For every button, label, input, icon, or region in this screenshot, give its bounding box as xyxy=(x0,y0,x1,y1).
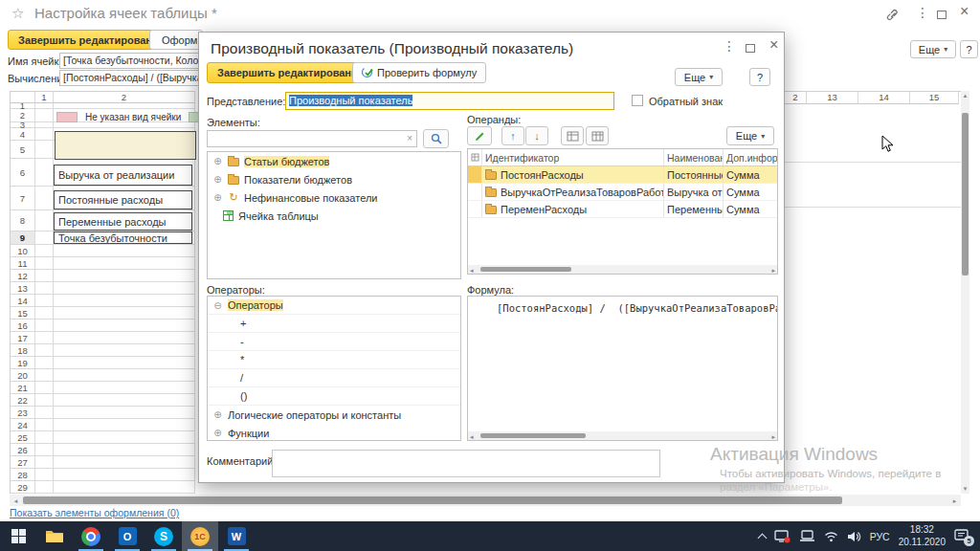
formula-scrollbar-thumb[interactable] xyxy=(480,433,586,438)
cell-name-field[interactable]: [Точка безубыточности, Колонка] xyxy=(59,53,203,69)
clear-icon[interactable]: × xyxy=(407,133,412,143)
close-icon[interactable]: × xyxy=(960,5,969,17)
horizontal-scrollbar[interactable]: ◂ ▸ xyxy=(10,495,961,506)
grid-cell[interactable] xyxy=(35,245,54,257)
expand-icon[interactable]: ⊕ xyxy=(212,409,223,420)
scroll-left-icon[interactable]: ◂ xyxy=(470,432,474,441)
collapse-icon[interactable]: ⊖ xyxy=(212,300,223,311)
row-number-cell[interactable]: 21 xyxy=(11,382,35,394)
grid-cell[interactable]: Переменные расходы xyxy=(54,210,195,231)
tree-item-budget-articles[interactable]: ⊕Статьи бюджетов xyxy=(208,152,460,170)
named-cell[interactable]: Точка безубыточности xyxy=(54,231,192,244)
scroll-right-icon[interactable]: ▸ xyxy=(771,432,775,441)
row-number-cell[interactable]: 7 xyxy=(11,187,35,210)
tree-item-budget-indicators[interactable]: ⊕Показатели бюджетов xyxy=(208,170,460,188)
tree-item-logical-operators[interactable]: ⊕Логические операторы и константы xyxy=(208,406,460,424)
taskbar-outlook[interactable]: O xyxy=(109,521,145,551)
group-columns-button[interactable] xyxy=(561,126,584,145)
main-help-button[interactable]: ? xyxy=(960,40,978,58)
tree-item-plus[interactable]: + xyxy=(208,315,460,333)
grid-cell[interactable] xyxy=(35,469,54,481)
grid-cell[interactable] xyxy=(54,245,195,257)
operand-row[interactable]: ПеременРасходы Переменны... Сумма xyxy=(468,201,777,218)
wifi-icon[interactable] xyxy=(824,531,838,542)
grid-cell[interactable] xyxy=(35,295,54,307)
expand-icon[interactable]: ⊕ xyxy=(212,428,223,438)
start-button[interactable] xyxy=(0,521,36,551)
grid-cell[interactable] xyxy=(54,431,195,444)
column-header-cell[interactable]: 13 xyxy=(807,92,858,104)
notification-center-button[interactable]: 5 xyxy=(954,529,970,543)
grid-cell[interactable] xyxy=(35,320,54,332)
column-header-cell[interactable]: 14 xyxy=(858,92,910,104)
grid-cell[interactable] xyxy=(54,394,195,407)
row-number-cell[interactable]: 26 xyxy=(11,444,35,456)
dialog-more-button[interactable]: Еще▾ xyxy=(675,68,723,86)
grid-cell[interactable] xyxy=(35,307,54,320)
scroll-down-icon[interactable]: ▾ xyxy=(961,484,969,494)
grid-cell[interactable] xyxy=(35,128,54,141)
grid-cell[interactable] xyxy=(54,444,195,456)
operands-scrollbar-thumb[interactable] xyxy=(480,267,571,272)
move-down-button[interactable]: ↓ xyxy=(525,126,548,145)
row-number-cell[interactable]: 4 xyxy=(11,128,35,141)
grid-cell[interactable] xyxy=(35,109,54,122)
dialog-finish-editing-button[interactable]: Завершить редактирование xyxy=(207,62,374,83)
grid-cell[interactable] xyxy=(54,282,195,295)
merged-header-cell[interactable] xyxy=(55,131,196,160)
grid-cell[interactable] xyxy=(54,382,195,394)
grid-cell[interactable] xyxy=(35,481,54,494)
more-menu-icon[interactable]: ⋮ xyxy=(916,7,929,19)
taskbar-word[interactable]: W xyxy=(218,521,255,551)
tray-monitor-icon[interactable] xyxy=(774,530,791,543)
tree-item-minus[interactable]: - xyxy=(208,333,460,351)
grid-cell[interactable] xyxy=(35,456,54,469)
row-number-cell[interactable]: 8 xyxy=(11,210,35,231)
scroll-right-icon[interactable]: ▸ xyxy=(950,496,959,506)
presentation-input[interactable]: Производный показатель xyxy=(285,92,614,110)
inverse-sign-checkbox[interactable] xyxy=(632,95,643,106)
grid-cell[interactable] xyxy=(54,332,195,344)
grid-cell[interactable] xyxy=(35,187,54,210)
expand-icon[interactable]: ⊕ xyxy=(212,192,223,203)
grid-cell[interactable] xyxy=(54,270,195,282)
grid-cell[interactable] xyxy=(54,307,195,320)
vertical-scrollbar[interactable]: ▴ ▾ xyxy=(961,91,969,494)
row-number-cell[interactable]: 23 xyxy=(11,407,35,419)
row-number-cell[interactable]: 22 xyxy=(11,394,35,407)
grid-cell[interactable]: Постоянные расходы xyxy=(54,187,195,210)
column-header-row[interactable]: 12 xyxy=(11,92,195,103)
grid-cell[interactable] xyxy=(54,257,195,270)
taskbar-1c-active[interactable]: 1С xyxy=(182,521,218,551)
row-number-cell[interactable]: 24 xyxy=(11,419,35,431)
formula-editor[interactable]: [ПостоянРасходы] / ([ВыручкаОтРеализаТов… xyxy=(467,296,778,441)
grid-cell[interactable] xyxy=(35,369,54,382)
row-number-cell[interactable]: 28 xyxy=(11,469,35,481)
horizontal-scrollbar-thumb[interactable] xyxy=(23,496,842,504)
grid-cell[interactable] xyxy=(35,159,54,187)
tree-item-table-cell[interactable]: Ячейка таблицы xyxy=(208,207,460,225)
tree-item-multiply[interactable]: * xyxy=(208,351,460,369)
split-columns-button[interactable] xyxy=(586,126,609,145)
dialog-close-icon[interactable]: × xyxy=(769,38,778,51)
grid-cell[interactable] xyxy=(35,210,54,231)
grid-cell[interactable] xyxy=(54,295,195,307)
operand-row[interactable]: ПостоянРасходы Постоянные... Сумма xyxy=(468,166,777,184)
row-number-cell[interactable]: 9 xyxy=(11,231,35,245)
row-number-cell[interactable]: 20 xyxy=(11,369,35,382)
edit-operand-button[interactable] xyxy=(467,126,492,145)
grid-cell[interactable] xyxy=(54,320,195,332)
grid-cell[interactable] xyxy=(35,382,54,394)
row-number-cell[interactable]: 16 xyxy=(11,320,35,332)
named-cell[interactable]: Постоянные расходы xyxy=(54,190,192,209)
tray-chevron-up-icon[interactable] xyxy=(757,533,767,542)
elements-search-input[interactable]: × xyxy=(207,130,417,147)
row-number-cell[interactable]: 14 xyxy=(11,295,35,307)
language-indicator[interactable]: РУС xyxy=(870,531,890,542)
grid-cell[interactable] xyxy=(35,257,54,270)
check-formula-button[interactable]: Проверить формулу xyxy=(352,62,486,83)
grid-cell[interactable] xyxy=(35,282,54,295)
grid-cell[interactable] xyxy=(54,481,195,494)
grid-cell[interactable] xyxy=(54,357,195,369)
spreadsheet-grid-right[interactable]: 2131415 xyxy=(785,91,961,494)
